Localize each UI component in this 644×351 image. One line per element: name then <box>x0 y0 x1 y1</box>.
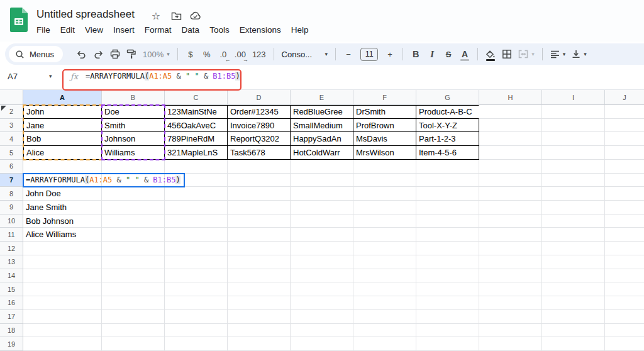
cell-F15[interactable] <box>353 282 416 296</box>
font-selector[interactable]: Conso... ▾ <box>279 46 331 62</box>
menu-tools[interactable]: Tools <box>204 23 235 36</box>
cell-E13[interactable] <box>291 255 353 269</box>
decrease-font-size-button[interactable]: − <box>340 46 357 62</box>
cell-H15[interactable] <box>479 282 542 296</box>
cell-E12[interactable] <box>291 242 353 255</box>
column-header-F[interactable]: F <box>353 90 416 105</box>
cell-G4[interactable]: Part-1-2-3 <box>416 132 479 146</box>
cell-D9[interactable] <box>228 201 291 214</box>
cell-I17[interactable] <box>542 310 605 324</box>
column-header-J[interactable]: J <box>605 90 644 105</box>
cell-B9[interactable] <box>102 201 165 214</box>
row-header-3[interactable]: 3 <box>0 119 23 133</box>
redo-button[interactable] <box>90 46 107 62</box>
cell-D13[interactable] <box>228 255 291 269</box>
cell-C2[interactable]: 123MainStNe <box>165 105 228 119</box>
cell-B3[interactable]: Smith <box>102 119 165 133</box>
cell-B6[interactable] <box>102 160 165 174</box>
cell-J17[interactable] <box>605 310 644 324</box>
cell-B4[interactable]: Johnson <box>102 132 165 146</box>
cell-E9[interactable] <box>291 201 353 214</box>
zoom-control[interactable]: 100% ▾ <box>140 46 173 62</box>
cell-I3[interactable] <box>542 119 605 133</box>
cell-B16[interactable] <box>102 296 165 310</box>
row-header-18[interactable]: 18 <box>0 324 23 338</box>
bold-button[interactable]: B <box>408 46 424 62</box>
menu-extensions[interactable]: Extensions <box>235 23 286 36</box>
cell-F3[interactable]: ProfBrown <box>353 119 416 133</box>
cell-C13[interactable] <box>165 255 228 269</box>
cell-H2[interactable] <box>479 105 542 119</box>
menu-insert[interactable]: Insert <box>108 23 140 36</box>
cell-G14[interactable] <box>416 269 479 283</box>
cell-C4[interactable]: 789PineRdM <box>165 132 228 146</box>
cell-I15[interactable] <box>542 282 605 296</box>
cell-A16[interactable] <box>23 296 102 310</box>
font-size-input[interactable]: 11 <box>360 48 378 61</box>
cell-J8[interactable] <box>605 187 644 201</box>
cell-B15[interactable] <box>102 282 165 296</box>
cell-E3[interactable]: SmallMedium <box>291 119 353 133</box>
cell-E16[interactable] <box>291 296 353 310</box>
cell-E5[interactable]: HotColdWarr <box>291 146 353 160</box>
cell-I10[interactable] <box>542 214 605 228</box>
row-header-15[interactable]: 15 <box>0 282 23 296</box>
cell-I7[interactable] <box>542 174 605 187</box>
cell-G5[interactable]: Item-4-5-6 <box>416 146 479 160</box>
select-all-corner[interactable] <box>0 90 23 105</box>
cell-E2[interactable]: RedBlueGree <box>291 105 353 119</box>
row-header-7[interactable]: 7 <box>0 174 23 187</box>
cell-A8[interactable]: John Doe <box>23 187 102 201</box>
cell-G10[interactable] <box>416 214 479 228</box>
row-header-12[interactable]: 12 <box>0 242 23 255</box>
cell-A3[interactable]: Jane <box>23 119 102 133</box>
cell-D11[interactable] <box>228 228 291 242</box>
row-header-4[interactable]: 4 <box>0 132 23 146</box>
cell-G13[interactable] <box>416 255 479 269</box>
cell-C6[interactable] <box>165 160 228 174</box>
cell-A2[interactable]: John <box>23 105 102 119</box>
decrease-decimal-button[interactable]: .0 ← <box>215 46 231 62</box>
cell-G15[interactable] <box>416 282 479 296</box>
cell-B2[interactable]: Doe <box>102 105 165 119</box>
print-button[interactable] <box>107 46 123 62</box>
cell-D10[interactable] <box>228 214 291 228</box>
cloud-saved-icon[interactable] <box>190 10 201 21</box>
menu-edit[interactable]: Edit <box>55 23 80 36</box>
cell-G6[interactable] <box>416 160 479 174</box>
menu-file[interactable]: File <box>31 23 55 36</box>
cell-F5[interactable]: MrsWilson <box>353 146 416 160</box>
cell-H13[interactable] <box>479 255 542 269</box>
fill-color-button[interactable] <box>482 46 499 62</box>
cell-H3[interactable] <box>479 119 542 133</box>
cell-I14[interactable] <box>542 269 605 283</box>
cell-F4[interactable]: MsDavis <box>353 132 416 146</box>
cell-C11[interactable] <box>165 228 228 242</box>
cell-D8[interactable] <box>228 187 291 201</box>
number-format-button[interactable]: 123 <box>249 46 269 62</box>
cell-G9[interactable] <box>416 201 479 214</box>
cell-F2[interactable]: DrSmith <box>353 105 416 119</box>
cell-E10[interactable] <box>291 214 353 228</box>
cell-J13[interactable] <box>605 255 644 269</box>
cell-I12[interactable] <box>542 242 605 255</box>
cell-D4[interactable]: ReportQ3202 <box>228 132 291 146</box>
formula-input[interactable]: =ARRAYFORMULA(A1:A5 & " " & B1:B5) <box>86 72 240 81</box>
cell-A4[interactable]: Bob <box>23 132 102 146</box>
cell-G2[interactable]: Product-A-B-C <box>416 105 479 119</box>
format-currency-button[interactable]: $ <box>182 46 199 62</box>
cell-I5[interactable] <box>542 146 605 160</box>
cell-E4[interactable]: HappySadAn <box>291 132 353 146</box>
row-header-5[interactable]: 5 <box>0 146 23 160</box>
chevron-down-icon[interactable]: ▾ <box>49 73 52 79</box>
cell-A17[interactable] <box>23 310 102 324</box>
row-header-6[interactable]: 6 <box>0 160 23 174</box>
cell-J10[interactable] <box>605 214 644 228</box>
cell-H4[interactable] <box>479 132 542 146</box>
cell-E15[interactable] <box>291 282 353 296</box>
cell-B8[interactable] <box>102 187 165 201</box>
cell-D19[interactable] <box>228 337 291 351</box>
strikethrough-button[interactable]: S <box>440 46 457 62</box>
cell-D17[interactable] <box>228 310 291 324</box>
column-header-I[interactable]: I <box>542 90 605 105</box>
